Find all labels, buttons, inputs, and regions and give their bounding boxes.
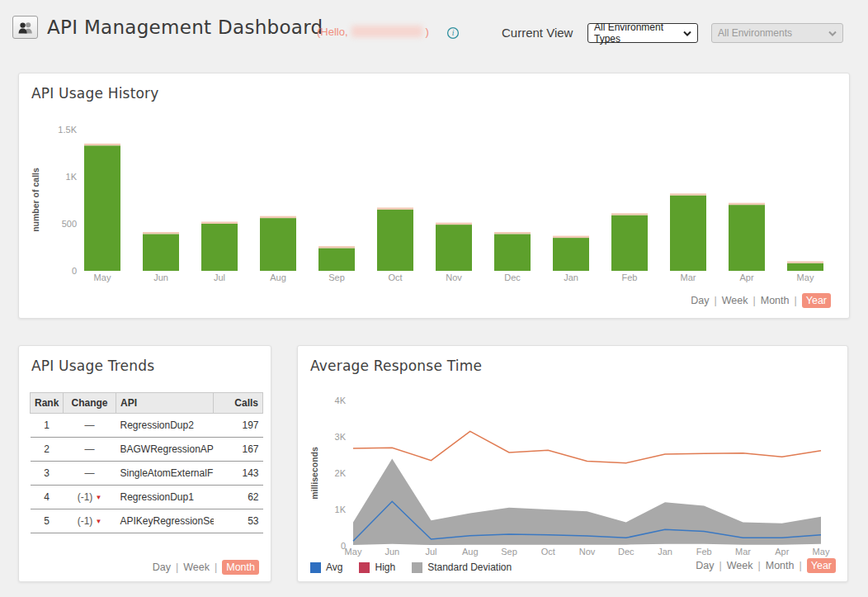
environment-types-select[interactable]: All Environment Types [587, 23, 698, 43]
svg-text:Nov: Nov [446, 272, 462, 282]
usage-history-title: API Usage History [31, 85, 159, 102]
svg-text:4K: 4K [335, 396, 347, 405]
usage-history-range-selector: Day|Week|Month|Year [691, 295, 831, 306]
svg-text:1K: 1K [66, 172, 78, 182]
cell-change: — [64, 462, 116, 486]
bar-cap [494, 232, 531, 235]
info-icon[interactable]: i [446, 26, 460, 40]
svg-text:0: 0 [72, 266, 77, 276]
bar-4-sep[interactable] [318, 249, 355, 271]
usage-trends-title: API Usage Trends [31, 358, 154, 374]
response-time-chart: 01K2K3K4KmillisecondsMayJunJulAugSepOctN… [306, 393, 841, 568]
svg-text:Jan: Jan [658, 547, 672, 557]
legend-label: Standard Deviation [427, 561, 512, 573]
range-option-week[interactable]: Week [183, 561, 210, 573]
cell-rank: 5 [31, 509, 64, 533]
range-option-day[interactable]: Day [696, 560, 714, 571]
bar-12-may[interactable] [787, 263, 823, 271]
hello-greeting: (Hello, ) [317, 24, 429, 39]
bar-1-jun[interactable] [143, 235, 179, 271]
bar-9-feb[interactable] [611, 216, 648, 271]
svg-text:Oct: Oct [541, 547, 555, 557]
svg-text:i: i [452, 29, 455, 37]
bar-5-oct[interactable] [377, 210, 413, 271]
table-row: 4(-1)▼RegressionDup162 [31, 486, 263, 509]
svg-text:Jun: Jun [384, 547, 399, 557]
usage-trends-range-selector: Day|Week|Month [153, 561, 259, 573]
range-separator: | [715, 295, 717, 306]
svg-text:Dec: Dec [618, 547, 634, 557]
bar-cap [260, 216, 296, 219]
range-separator: | [799, 560, 801, 571]
svg-text:Feb: Feb [696, 547, 712, 557]
cell-api: APIKeyRegressionSe [116, 509, 214, 533]
hello-suffix: ) [426, 26, 429, 38]
svg-text:500: 500 [62, 219, 77, 229]
range-option-month[interactable]: Month [222, 560, 259, 575]
range-option-week[interactable]: Week [722, 295, 748, 306]
svg-text:May: May [94, 272, 111, 282]
environments-value: All Environments [718, 27, 792, 39]
cell-rank: 1 [31, 414, 64, 438]
bar-cap [436, 223, 472, 225]
bar-6-nov[interactable] [436, 225, 472, 271]
legend-label: Avg [326, 561, 342, 573]
svg-text:Mar: Mar [681, 272, 696, 282]
bar-cap [318, 246, 355, 249]
legend-swatch [412, 562, 422, 573]
svg-text:Nov: Nov [579, 547, 596, 557]
bar-7-dec[interactable] [494, 235, 531, 271]
cell-calls: 143 [214, 462, 263, 486]
range-option-year[interactable]: Year [807, 558, 836, 573]
response-time-range-selector: Day|Week|Month|Year [696, 560, 836, 571]
bar-cap [611, 213, 648, 216]
table-row: 3—SingleAtomExternalF143 [31, 462, 263, 486]
bar-cap [201, 222, 238, 225]
cell-calls: 53 [214, 509, 263, 533]
svg-text:May: May [797, 272, 814, 282]
cell-api: SingleAtomExternalF [116, 462, 214, 486]
cell-change: (-1)▼ [64, 486, 116, 509]
range-option-day[interactable]: Day [153, 561, 171, 573]
high-line [353, 431, 821, 462]
range-separator: | [215, 561, 217, 573]
svg-text:Oct: Oct [388, 272, 402, 282]
cell-api: RegressionDup1 [116, 486, 214, 509]
svg-text:Sep: Sep [501, 547, 517, 557]
column-header-change: Change [64, 393, 116, 414]
change-value: — [85, 443, 95, 455]
environments-select: All Environments [711, 23, 843, 43]
range-option-week[interactable]: Week [727, 560, 753, 571]
bar-8-jan[interactable] [553, 238, 589, 271]
svg-text:Apr: Apr [775, 547, 789, 557]
svg-text:1K: 1K [335, 505, 347, 514]
legend-label: High [375, 561, 395, 573]
bar-0-may[interactable] [84, 145, 120, 271]
bar-11-apr[interactable] [729, 205, 765, 271]
range-option-month[interactable]: Month [766, 560, 795, 571]
svg-text:May: May [345, 547, 362, 557]
page-title: API Management Dashboard [47, 17, 323, 38]
range-option-day[interactable]: Day [691, 295, 709, 306]
change-value: (-1) [78, 515, 93, 527]
usage-history-panel: API Usage History 05001K1.5Knumber of ca… [18, 73, 850, 319]
bar-10-mar[interactable] [670, 196, 706, 271]
range-option-month[interactable]: Month [761, 295, 790, 306]
svg-text:milliseconds: milliseconds [309, 447, 319, 500]
svg-text:number of calls: number of calls [31, 168, 40, 232]
bar-2-jul[interactable] [201, 224, 238, 271]
cell-calls: 167 [214, 438, 263, 462]
down-triangle-icon: ▼ [95, 494, 101, 501]
svg-text:Apr: Apr [739, 272, 753, 282]
cell-rank: 2 [31, 438, 64, 462]
range-separator: | [719, 560, 722, 571]
cell-rank: 3 [31, 462, 64, 486]
change-value: — [85, 467, 95, 479]
range-option-year[interactable]: Year [802, 293, 831, 308]
svg-text:Sep: Sep [328, 272, 345, 282]
chevron-down-icon [683, 31, 691, 36]
svg-text:Jan: Jan [564, 272, 578, 282]
bar-3-aug[interactable] [260, 218, 296, 271]
svg-text:Feb: Feb [622, 272, 638, 282]
cell-rank: 4 [31, 486, 64, 509]
